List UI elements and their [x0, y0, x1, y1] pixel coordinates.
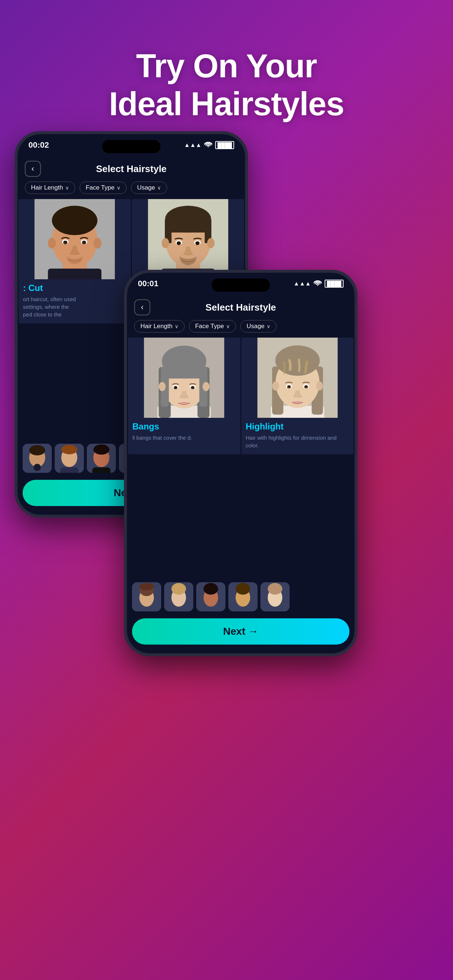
battery-icon: ████ — [215, 141, 234, 149]
signal-icon: ▲▲▲ — [293, 280, 311, 287]
filter-face-type-front[interactable]: Face Type ∨ — [189, 320, 236, 332]
svg-point-14 — [83, 241, 85, 243]
svg-point-29 — [178, 242, 179, 243]
hairstyle-card-highlight[interactable]: Highlight Hair with highlights for dimen… — [241, 337, 354, 454]
hairstyle-grid-front: Bangs ll bangs that cover the d. — [127, 337, 354, 454]
back-button-front[interactable]: ‹ — [134, 299, 150, 315]
dynamic-island-back — [102, 140, 161, 153]
thumbnail-row-front — [127, 579, 354, 614]
status-time-back: 00:02 — [29, 140, 49, 150]
svg-point-67 — [192, 387, 194, 388]
svg-point-13 — [65, 241, 66, 243]
svg-point-8 — [93, 238, 101, 248]
chevron-icon: ∨ — [65, 185, 69, 191]
thumb-2[interactable] — [55, 444, 84, 473]
nav-bar-back: ‹ Select Hairstyle — [18, 156, 245, 181]
svg-point-33 — [29, 445, 45, 455]
dynamic-island-front — [212, 278, 270, 292]
battery-icon: ████ — [325, 280, 344, 288]
title-line2: Ideal Hairstyles — [0, 85, 453, 123]
svg-rect-3 — [48, 269, 101, 279]
chevron-icon: ∨ — [266, 323, 270, 329]
svg-rect-38 — [60, 468, 78, 473]
hairstyle-desc-1: ort haircut, often usedsettings, where t… — [23, 296, 76, 318]
svg-point-80 — [289, 386, 290, 387]
svg-point-23 — [161, 238, 169, 248]
hairstyle-name-highlight: Highlight — [246, 422, 284, 431]
wifi-icon — [204, 142, 212, 149]
svg-point-81 — [306, 386, 307, 387]
thumb-f-4[interactable] — [228, 582, 257, 611]
svg-point-74 — [272, 381, 279, 390]
phone-front: 00:01 ▲▲▲ ████ ‹ Select Hairstyle — [124, 270, 357, 656]
thumb-f-3[interactable] — [196, 582, 225, 611]
svg-point-66 — [175, 387, 177, 388]
svg-point-24 — [207, 238, 214, 248]
hairstyle-desc-highlight: Hair with highlights for dimension and c… — [246, 434, 337, 449]
svg-point-6 — [53, 213, 96, 234]
hairstyle-name-1: : Cut — [23, 283, 43, 293]
svg-point-91 — [204, 583, 218, 595]
status-time-front: 00:01 — [138, 279, 158, 288]
svg-point-75 — [316, 381, 323, 390]
nav-title-back: Select Hairstyle — [96, 163, 167, 175]
svg-point-41 — [93, 444, 109, 455]
svg-point-85 — [139, 583, 154, 590]
hairstyle-name-bangs: Bangs — [132, 422, 159, 431]
next-button-front[interactable]: Next → — [132, 618, 349, 644]
status-icons-back: ▲▲▲ ████ — [184, 141, 234, 149]
back-button-back[interactable]: ‹ — [25, 161, 41, 177]
filter-hair-length-back[interactable]: Hair Length ∨ — [25, 181, 75, 194]
svg-point-30 — [196, 242, 198, 243]
nav-title-front: Select Hairstyle — [205, 302, 276, 313]
svg-point-61 — [203, 382, 209, 391]
filter-hair-length-front[interactable]: Hair Length ∨ — [134, 320, 185, 332]
svg-point-34 — [33, 464, 41, 471]
svg-point-94 — [236, 583, 250, 595]
hairstyle-card-bangs[interactable]: Bangs ll bangs that cover the d. — [128, 337, 240, 454]
thumb-f-1[interactable] — [132, 582, 161, 611]
filter-bar-back: Hair Length ∨ Face Type ∨ Usage ∨ — [25, 181, 238, 194]
wifi-icon — [314, 280, 322, 288]
thumb-f-5[interactable] — [260, 582, 290, 611]
svg-point-73 — [275, 345, 319, 376]
hairstyle-card-1[interactable]: : Cut ort haircut, often usedsettings, w… — [19, 199, 131, 323]
filter-usage-back[interactable]: Usage ∨ — [131, 181, 167, 194]
svg-point-7 — [48, 238, 56, 248]
signal-icon: ▲▲▲ — [184, 142, 202, 148]
chevron-icon: ∨ — [226, 323, 230, 329]
svg-rect-42 — [92, 468, 110, 473]
thumb-3[interactable] — [87, 444, 116, 473]
filter-usage-front[interactable]: Usage ∨ — [240, 320, 276, 332]
filter-face-type-back[interactable]: Face Type ∨ — [80, 181, 126, 194]
title-line1: Try On Your — [0, 48, 453, 85]
status-icons-front: ▲▲▲ ████ — [293, 280, 344, 288]
svg-point-60 — [159, 382, 166, 391]
nav-bar-front: ‹ Select Hairstyle — [127, 294, 354, 320]
chevron-icon: ∨ — [117, 185, 120, 191]
thumb-1[interactable] — [22, 444, 52, 473]
svg-point-37 — [61, 445, 77, 454]
hairstyle-desc-bangs: ll bangs that cover the d. — [132, 434, 192, 441]
svg-point-88 — [171, 583, 186, 595]
chevron-icon: ∨ — [157, 185, 161, 191]
svg-point-97 — [268, 583, 282, 595]
svg-rect-20 — [165, 226, 211, 232]
filter-bar-front: Hair Length ∨ Face Type ∨ Usage ∨ — [134, 320, 347, 332]
thumb-f-2[interactable] — [164, 582, 193, 611]
chevron-icon: ∨ — [175, 323, 179, 329]
page-title: Try On Your Ideal Hairstyles — [0, 0, 453, 123]
